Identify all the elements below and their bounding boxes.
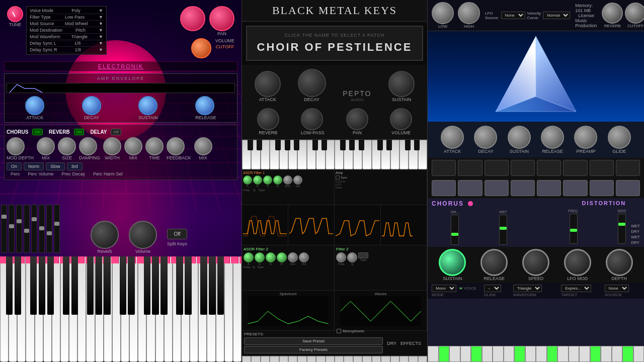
mid-bk[interactable] xyxy=(359,140,364,150)
vm-arrow[interactable]: ▼ xyxy=(99,8,103,13)
f1k4[interactable]: R xyxy=(273,175,282,188)
bot-gk[interactable] xyxy=(547,346,558,362)
reverb-toggle[interactable]: On xyxy=(74,129,85,135)
f1k2[interactable]: D xyxy=(253,175,262,188)
vslider-4[interactable] xyxy=(24,205,30,253)
f2k3[interactable]: S xyxy=(266,252,276,265)
black-key[interactable] xyxy=(217,256,224,315)
pad-btn-l5[interactable] xyxy=(537,180,561,196)
bot-mid-wk[interactable] xyxy=(353,356,362,362)
black-key[interactable] xyxy=(87,256,94,315)
source-vm-select[interactable]: None xyxy=(605,285,629,292)
f1k5[interactable]: Env xyxy=(283,175,292,188)
vslider-3[interactable] xyxy=(16,205,22,253)
width-fx[interactable] xyxy=(103,137,121,155)
black-key[interactable] xyxy=(160,256,167,315)
release-right-knob[interactable] xyxy=(541,126,564,149)
reverb-bottom-knob[interactable] xyxy=(91,221,119,249)
pad-btn-l7[interactable] xyxy=(590,180,614,196)
bot-mid-wk[interactable] xyxy=(409,356,418,362)
f3k1[interactable]: Freq xyxy=(336,252,346,265)
volume-mid-knob[interactable] xyxy=(390,108,412,130)
mid-bk[interactable] xyxy=(294,140,299,150)
md-arrow[interactable]: ▼ xyxy=(99,28,103,33)
ms-arrow[interactable]: ▼ xyxy=(99,21,103,26)
bot-mid-wk[interactable] xyxy=(270,356,279,362)
mid-bk[interactable] xyxy=(414,140,420,150)
white-key[interactable] xyxy=(233,256,242,362)
bot-mid-wk[interactable] xyxy=(261,356,270,362)
vel-curve-select[interactable]: Normal xyxy=(543,12,570,19)
bot-gk[interactable] xyxy=(439,346,450,362)
mod-depth-fx[interactable] xyxy=(7,137,25,155)
bot-release-knob[interactable] xyxy=(480,249,508,276)
mid-bk[interactable] xyxy=(386,140,392,150)
black-key[interactable] xyxy=(176,256,183,315)
pad-btn-l6[interactable] xyxy=(563,180,587,196)
pan-mid-knob[interactable] xyxy=(346,108,368,130)
bot-wk[interactable] xyxy=(504,346,515,362)
bot-mid-wk[interactable] xyxy=(326,356,335,362)
bot-gk[interactable] xyxy=(471,346,482,362)
pad-btn-5[interactable] xyxy=(537,160,561,176)
pad-btn-6[interactable] xyxy=(563,160,587,176)
f2k1[interactable]: A xyxy=(244,252,254,265)
black-key[interactable] xyxy=(30,256,37,315)
bot-sustain-knob[interactable] xyxy=(439,249,466,276)
decay-right-knob[interactable] xyxy=(474,126,497,149)
mode-on[interactable]: On xyxy=(7,162,22,170)
knob3[interactable] xyxy=(191,38,211,58)
f1k1[interactable]: A xyxy=(243,175,252,188)
waveform-vm-select[interactable]: Triangle xyxy=(513,285,542,292)
bot-wk[interactable] xyxy=(633,346,645,362)
vslider-1[interactable] xyxy=(1,205,7,253)
mw-arrow[interactable]: ▼ xyxy=(99,34,103,39)
mod-depth-knob[interactable] xyxy=(7,6,23,22)
black-key[interactable] xyxy=(47,256,54,315)
black-key[interactable] xyxy=(63,256,69,315)
mode-slow[interactable]: Slow xyxy=(46,162,65,170)
white-key[interactable] xyxy=(224,256,233,362)
knob2[interactable] xyxy=(209,6,234,31)
black-key[interactable] xyxy=(120,256,126,315)
factory-presets-btn[interactable]: Factory Presets xyxy=(244,346,383,353)
bot-wk[interactable] xyxy=(557,346,569,362)
black-key[interactable] xyxy=(96,256,102,315)
smooth-slider[interactable] xyxy=(451,215,459,245)
glide-vm-select[interactable]: -- xyxy=(484,285,501,292)
black-key[interactable] xyxy=(128,256,134,315)
f2k2[interactable]: D xyxy=(255,252,265,265)
bot-wk[interactable] xyxy=(579,346,590,362)
f3k2[interactable]: Q xyxy=(347,252,357,265)
bot-wk[interactable] xyxy=(612,346,623,362)
time-fx[interactable] xyxy=(145,137,164,155)
black-key[interactable] xyxy=(209,256,215,315)
black-key[interactable] xyxy=(200,256,207,315)
save-preset-btn[interactable]: Save Preset xyxy=(244,337,383,345)
feedback-fx[interactable] xyxy=(167,137,185,155)
lowpass-mid-knob[interactable] xyxy=(301,108,323,130)
damping-fx[interactable] xyxy=(79,137,97,155)
pad-btn-1[interactable] xyxy=(432,160,456,176)
pad-btn-3[interactable] xyxy=(485,160,509,176)
off-button[interactable]: Off xyxy=(167,229,187,239)
bot-wk[interactable] xyxy=(536,346,547,362)
freq-slider[interactable] xyxy=(570,214,578,244)
volume-bottom-knob[interactable] xyxy=(129,221,157,249)
pad-btn-2[interactable] xyxy=(458,160,482,176)
decay-mid-knob[interactable] xyxy=(298,69,326,97)
pad-btn-l8[interactable] xyxy=(616,180,640,196)
mono-select[interactable]: Mono xyxy=(432,285,456,292)
release-knob[interactable] xyxy=(195,96,214,115)
pad-btn-l2[interactable] xyxy=(458,180,482,196)
vslider-2[interactable] xyxy=(9,205,15,253)
mid-bk[interactable] xyxy=(405,140,411,150)
pad-btn-7[interactable] xyxy=(590,160,614,176)
pad-btn-l4[interactable] xyxy=(511,180,535,196)
black-key[interactable] xyxy=(144,256,150,315)
chorus-toggle[interactable]: On xyxy=(32,129,43,135)
target-vm-select[interactable]: Expres... xyxy=(561,285,591,292)
vslider-6[interactable] xyxy=(39,205,45,253)
vslider-8[interactable] xyxy=(54,205,60,253)
sustain-right-knob[interactable] xyxy=(508,126,531,149)
